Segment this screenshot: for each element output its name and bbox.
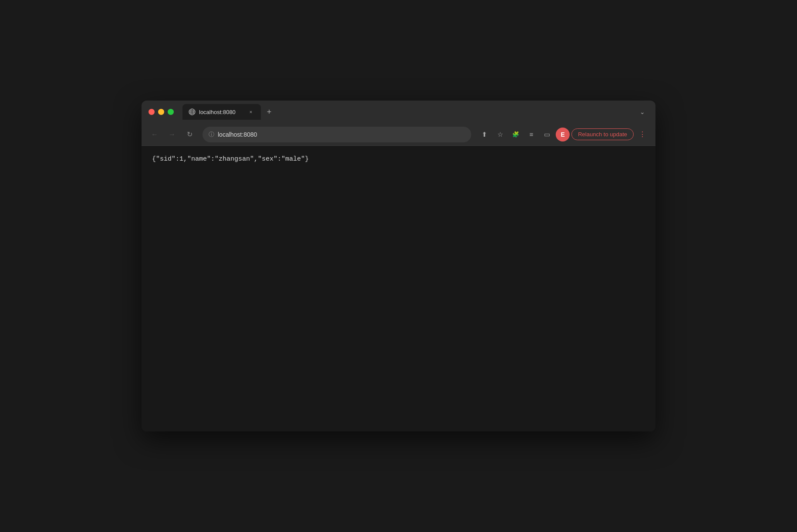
chevron-down-icon[interactable]: ⌄ — [636, 107, 648, 117]
forward-button[interactable]: → — [165, 128, 179, 141]
tab-close-button[interactable]: × — [247, 108, 255, 116]
extensions-button[interactable]: 🧩 — [509, 128, 523, 141]
bookmark-button[interactable]: ☆ — [493, 128, 507, 141]
nav-actions: ⬆ ☆ 🧩 ≡ ▭ E Relaunch to update ⋮ — [477, 128, 649, 141]
json-response: {"sid":1,"name":"zhangsan","sex":"male"} — [152, 155, 309, 163]
address-bar-container[interactable]: ⓘ — [203, 127, 471, 142]
globe-icon — [189, 108, 196, 115]
title-bar: localhost:8080 × + ⌄ — [142, 101, 655, 123]
share-button[interactable]: ⬆ — [477, 128, 491, 141]
reload-button[interactable]: ↻ — [182, 128, 196, 141]
new-tab-button[interactable]: + — [263, 105, 276, 118]
sidebar-button[interactable]: ▭ — [540, 128, 554, 141]
maximize-button[interactable] — [168, 109, 174, 115]
relaunch-button[interactable]: Relaunch to update — [571, 128, 634, 140]
close-button[interactable] — [149, 109, 155, 115]
active-tab[interactable]: localhost:8080 × — [182, 104, 261, 120]
back-button[interactable]: ← — [148, 128, 162, 141]
tabs-area: localhost:8080 × + ⌄ — [179, 104, 648, 120]
info-icon: ⓘ — [209, 131, 214, 138]
tab-title: localhost:8080 — [199, 109, 243, 115]
avatar-button[interactable]: E — [556, 128, 570, 141]
traffic-lights — [149, 109, 174, 115]
minimize-button[interactable] — [158, 109, 164, 115]
more-options-button[interactable]: ⋮ — [635, 128, 649, 141]
nav-bar: ← → ↻ ⓘ ⬆ ☆ 🧩 ≡ ▭ — [142, 123, 655, 146]
browser-window: localhost:8080 × + ⌄ ← → ↻ ⓘ ⬆ ☆ — [142, 101, 655, 431]
page-content: {"sid":1,"name":"zhangsan","sex":"male"} — [142, 146, 655, 431]
reading-list-button[interactable]: ≡ — [524, 128, 538, 141]
address-input[interactable] — [218, 131, 465, 138]
